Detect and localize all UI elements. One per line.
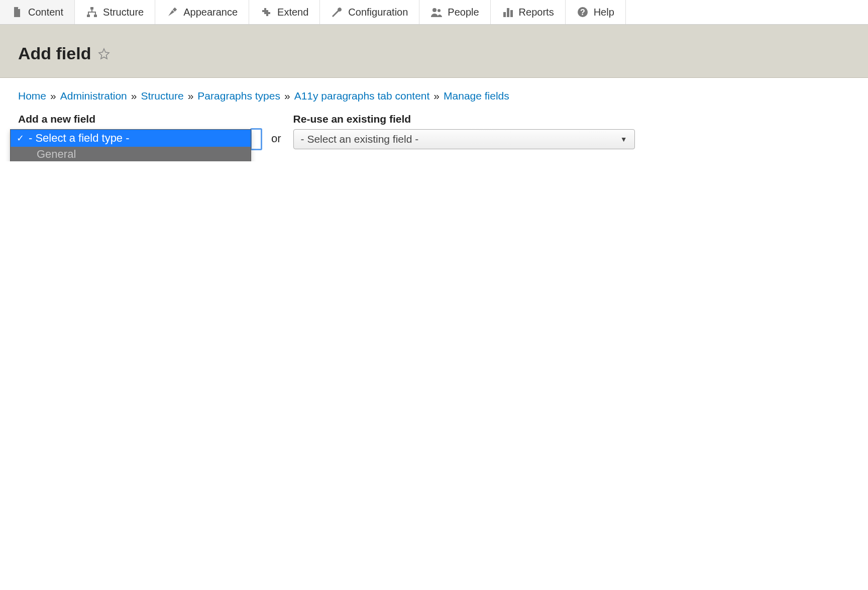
page-title: Add field — [18, 44, 91, 63]
breadcrumb-link[interactable]: A11y paragraphs tab content — [294, 90, 430, 102]
extend-icon — [260, 6, 272, 18]
dropdown-selected-option[interactable]: ✓ - Select a field type - — [11, 130, 251, 147]
breadcrumb-link[interactable]: Home — [18, 90, 46, 102]
breadcrumb-sep: » — [432, 90, 441, 102]
breadcrumb: Home » Administration » Structure » Para… — [18, 90, 850, 102]
toolbar-item-reports[interactable]: Reports — [491, 0, 566, 24]
svg-rect-1 — [87, 15, 90, 17]
svg-rect-0 — [90, 7, 93, 10]
toolbar-item-extend[interactable]: Extend — [249, 0, 320, 24]
toolbar-label: Help — [594, 7, 614, 18]
content-area: Home » Administration » Structure » Para… — [0, 78, 868, 161]
svg-rect-8 — [510, 10, 513, 17]
toolbar-item-help[interactable]: ? Help — [566, 0, 626, 24]
admin-toolbar: Content Structure Appearance Extend Conf… — [0, 0, 868, 25]
toolbar-item-appearance[interactable]: Appearance — [155, 0, 249, 24]
star-icon[interactable] — [98, 48, 110, 60]
toolbar-label: Structure — [103, 7, 144, 18]
new-field-label: Add a new field — [18, 113, 259, 125]
toolbar-label: Configuration — [348, 7, 408, 18]
dropdown-selected-label: - Select a field type - — [29, 132, 130, 145]
new-field-select-wrapper: - Select a field type - ▼ ✓ - Select a f… — [18, 129, 259, 149]
breadcrumb-sep: » — [130, 90, 138, 102]
toolbar-item-content[interactable]: Content — [0, 0, 75, 24]
existing-field-label: Re-use an existing field — [293, 113, 635, 125]
people-icon — [430, 6, 443, 18]
svg-rect-7 — [507, 8, 509, 17]
svg-rect-6 — [503, 12, 506, 17]
toolbar-label: Extend — [277, 7, 308, 18]
breadcrumb-sep: » — [49, 90, 57, 102]
toolbar-label: Content — [28, 7, 63, 18]
svg-point-5 — [438, 9, 441, 12]
title-region: Add field — [0, 25, 868, 78]
breadcrumb-link[interactable]: Manage fields — [444, 90, 509, 102]
existing-field-select[interactable]: - Select an existing field - ▼ — [293, 129, 635, 149]
svg-point-4 — [432, 8, 437, 12]
focus-ring — [250, 128, 262, 150]
structure-icon — [86, 6, 98, 18]
svg-rect-3 — [173, 8, 177, 12]
toolbar-item-structure[interactable]: Structure — [75, 0, 155, 24]
svg-rect-2 — [94, 15, 97, 17]
breadcrumb-link[interactable]: Structure — [141, 90, 183, 102]
field-type-dropdown[interactable]: ✓ - Select a field type - General Boolea… — [10, 129, 251, 161]
toolbar-label: Reports — [519, 7, 554, 18]
configuration-icon — [331, 6, 343, 18]
svg-text:?: ? — [580, 8, 585, 17]
help-icon: ? — [577, 6, 589, 18]
checkmark-icon: ✓ — [16, 133, 25, 144]
caret-icon: ▼ — [620, 135, 627, 143]
appearance-icon — [166, 6, 178, 18]
breadcrumb-sep: » — [283, 90, 291, 102]
toolbar-item-configuration[interactable]: Configuration — [320, 0, 419, 24]
existing-field-select-value: - Select an existing field - — [301, 133, 419, 145]
add-field-form: Add a new field - Select a field type - … — [18, 113, 850, 149]
dropdown-group-label: General — [11, 147, 251, 161]
toolbar-label: Appearance — [183, 7, 238, 18]
breadcrumb-sep: » — [187, 90, 195, 102]
breadcrumb-link[interactable]: Paragraphs types — [197, 90, 280, 102]
or-separator: or — [271, 132, 281, 149]
breadcrumb-link[interactable]: Administration — [60, 90, 127, 102]
toolbar-item-people[interactable]: People — [419, 0, 490, 24]
reports-icon — [502, 6, 514, 18]
toolbar-label: People — [448, 7, 479, 18]
content-icon — [11, 6, 23, 18]
